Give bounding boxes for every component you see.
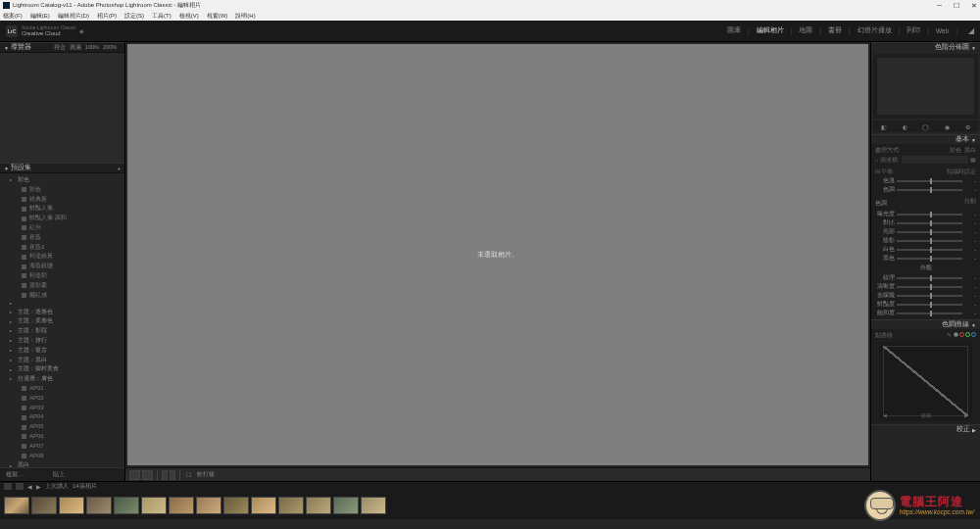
- vibrance-slider[interactable]: [897, 304, 962, 306]
- preset-item[interactable]: 柯達鉻黃: [0, 252, 124, 262]
- preset-group[interactable]: ▸自適應：膚色: [0, 374, 124, 384]
- dehaze-slider[interactable]: [897, 295, 962, 297]
- menu-window[interactable]: 視窗(W): [207, 12, 228, 21]
- histogram-header[interactable]: 色階分佈圖 ▼: [871, 42, 980, 52]
- gear-icon[interactable]: ⚙: [965, 123, 970, 130]
- go-back-icon[interactable]: ◀: [27, 483, 32, 490]
- whites-slider[interactable]: [897, 249, 962, 251]
- go-forward-icon[interactable]: ▶: [36, 483, 41, 490]
- heal-tool-icon[interactable]: ◐: [903, 123, 907, 130]
- preset-item[interactable]: AP01: [0, 384, 124, 394]
- preset-item[interactable]: AP06: [0, 432, 124, 442]
- softproof-checkbox[interactable]: ☐: [184, 471, 193, 478]
- preset-item[interactable]: 鮮豔人像 調和: [0, 214, 124, 223]
- menu-photo[interactable]: 相片(P): [97, 12, 117, 21]
- copy-button[interactable]: 複製…: [6, 470, 24, 479]
- preset-item[interactable]: 彩色: [0, 185, 124, 195]
- filmstrip-thumb[interactable]: [278, 497, 304, 514]
- preset-group[interactable]: ▸黑白: [0, 460, 124, 467]
- filmstrip-thumb[interactable]: [251, 497, 276, 514]
- preset-item[interactable]: AP02: [0, 394, 124, 404]
- filmstrip-thumb[interactable]: [196, 497, 221, 514]
- highlights-slider[interactable]: [897, 231, 962, 233]
- preset-item[interactable]: 海藍銀鹽: [0, 262, 124, 271]
- flag-pick-button[interactable]: [162, 470, 168, 480]
- preset-item[interactable]: 紅外: [0, 223, 124, 233]
- preset-item[interactable]: 曬紅感: [0, 291, 124, 301]
- second-monitor-icon[interactable]: [16, 483, 24, 490]
- filmstrip-thumb[interactable]: [59, 497, 84, 514]
- preset-item[interactable]: AP03: [0, 404, 124, 413]
- exposure-slider[interactable]: [897, 214, 962, 216]
- treatment-bw[interactable]: 黑白: [964, 147, 976, 153]
- preset-item[interactable]: 夜藍: [0, 233, 124, 243]
- module-print[interactable]: 列印: [906, 26, 920, 35]
- tonecurve-header[interactable]: 色調曲線 ▼: [871, 319, 980, 329]
- menu-help[interactable]: 說明(H): [235, 12, 255, 21]
- preset-group[interactable]: ▸主題：柔漸色: [0, 316, 124, 326]
- blacks-slider[interactable]: [897, 258, 962, 260]
- preset-group[interactable]: ▸主題：復古: [0, 346, 124, 356]
- preset-item[interactable]: 蛋彩畫: [0, 281, 124, 291]
- preset-item[interactable]: 夜藍2: [0, 243, 124, 253]
- preset-item[interactable]: AP05: [0, 422, 124, 432]
- menu-file[interactable]: 檔案(F): [3, 12, 23, 21]
- photo-canvas[interactable]: 未選取相片。: [127, 44, 868, 465]
- module-develop[interactable]: 編輯相片: [757, 26, 784, 35]
- profile-browse-icon[interactable]: ▦: [970, 157, 976, 163]
- filmstrip-source[interactable]: 上次讀入: [45, 482, 69, 491]
- filmstrip-thumb[interactable]: [306, 497, 331, 514]
- treatment-color[interactable]: 彩色: [950, 147, 961, 153]
- preset-item[interactable]: 鮮豔人像: [0, 204, 124, 214]
- mask-tool-icon[interactable]: ◯: [922, 123, 929, 130]
- preset-group[interactable]: ▸主題：鄉村美食: [0, 364, 124, 374]
- bar-chart-icon[interactable]: ◢: [968, 26, 974, 35]
- menu-view[interactable]: 檢視(V): [179, 12, 199, 21]
- preset-group[interactable]: ▸主題：影院: [0, 326, 124, 336]
- curve-green-icon[interactable]: [965, 332, 970, 337]
- basic-header[interactable]: 基本 ▼: [871, 134, 980, 144]
- tone-curve-editor[interactable]: ◀區域▶: [879, 342, 972, 420]
- filmstrip-thumb[interactable]: [141, 497, 167, 514]
- filmstrip-thumb[interactable]: [114, 497, 139, 514]
- menu-develop[interactable]: 編輯相片(D): [58, 12, 89, 21]
- filmstrip-thumb[interactable]: [4, 497, 29, 514]
- preset-group[interactable]: ▸彩色: [0, 175, 124, 185]
- crop-tool-icon[interactable]: ◧: [881, 123, 887, 130]
- texture-slider[interactable]: [897, 277, 962, 279]
- auto-button[interactable]: 自動: [964, 198, 976, 209]
- curve-rgb-icon[interactable]: [954, 332, 958, 337]
- module-map[interactable]: 地圖: [799, 26, 812, 35]
- filmstrip-thumb[interactable]: [31, 497, 57, 514]
- minimize-button[interactable]: ─: [937, 2, 942, 10]
- contrast-slider[interactable]: [897, 222, 962, 224]
- filmstrip-thumb[interactable]: [86, 497, 112, 514]
- filmstrip-thumb[interactable]: [223, 497, 249, 514]
- identity-dropdown-icon[interactable]: ◆: [79, 27, 84, 34]
- module-web[interactable]: Web: [936, 27, 949, 34]
- plus-icon[interactable]: +: [118, 166, 121, 171]
- temp-slider[interactable]: [897, 180, 962, 182]
- module-slideshow[interactable]: 幻燈片播放: [858, 26, 892, 35]
- filmstrip-thumb[interactable]: [361, 497, 386, 514]
- grid-view-icon[interactable]: [4, 483, 12, 490]
- preset-item[interactable]: AP07: [0, 442, 124, 452]
- flag-reject-button[interactable]: [170, 470, 175, 480]
- zoom-100[interactable]: 100%: [85, 44, 99, 51]
- menu-settings[interactable]: 設定(S): [124, 12, 144, 21]
- clarity-slider[interactable]: [897, 286, 962, 288]
- zoom-fit[interactable]: 符合: [54, 44, 66, 51]
- preset-item[interactable]: AP08: [0, 452, 124, 461]
- calibration-header[interactable]: 校正 ▶: [871, 424, 980, 434]
- close-button[interactable]: ✕: [971, 2, 977, 10]
- eyedropper-icon[interactable]: ⌕: [875, 157, 878, 163]
- preset-item[interactable]: 經典新: [0, 195, 124, 205]
- loupe-view-button[interactable]: [129, 470, 140, 480]
- module-book[interactable]: 書冊: [828, 26, 842, 35]
- curve-red-icon[interactable]: [959, 332, 964, 337]
- filmstrip-thumb[interactable]: [169, 497, 194, 514]
- preset-item[interactable]: AP04: [0, 412, 124, 422]
- preset-item[interactable]: 柯達彰: [0, 271, 124, 281]
- navigator-preview[interactable]: [0, 53, 124, 163]
- navigator-header[interactable]: ▼ 導覽器 符合 填滿 100% 200%: [0, 42, 124, 53]
